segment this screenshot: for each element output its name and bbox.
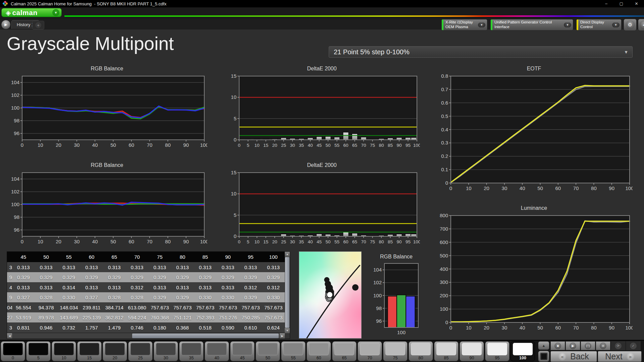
vertical-scroll-thumb[interactable] [285, 257, 289, 328]
pattern-label: Unified Pattern Generator Control Interf… [492, 20, 564, 29]
check-icon: ✓ [630, 343, 637, 349]
svg-text:70: 70 [147, 142, 153, 148]
table-cell: 0.329 [149, 272, 171, 282]
table-cell: 89.978 [35, 312, 58, 322]
rgb-balance-plot: 96981001021040102030405060708090100 [7, 74, 207, 150]
svg-text:25: 25 [281, 143, 286, 148]
gray-patch-list: 0510152025303540455055606570758085909510… [1, 341, 535, 361]
svg-text:65: 65 [352, 239, 357, 244]
svg-text:20: 20 [56, 239, 61, 244]
svg-text:30: 30 [502, 185, 507, 191]
refresh-button[interactable]: ⟳ [611, 341, 626, 350]
svg-text:10: 10 [466, 185, 472, 191]
gray-patch-95[interactable]: 95 [485, 341, 509, 361]
range-read-button[interactable]: [··] [581, 341, 595, 350]
table-cell: 613.080 [126, 302, 149, 312]
gray-swatch [385, 343, 405, 355]
gray-patch-25[interactable]: 25 [128, 341, 153, 361]
gray-patch-45[interactable]: 45 [230, 341, 255, 361]
gray-patch-5[interactable]: 5 [26, 341, 51, 361]
patch-label: 15 [79, 356, 99, 360]
gray-patch-0[interactable]: 0 [1, 341, 25, 361]
accept-button[interactable]: ✓ [626, 341, 641, 350]
scroll-left-icon[interactable]: ◀ [7, 333, 12, 339]
deltae-chart-bottom: DeltaE 2000 0510150510152025303540455055… [224, 162, 420, 246]
gray-patch-90[interactable]: 90 [460, 341, 484, 361]
play-button[interactable]: ▶ [566, 341, 580, 350]
chevron-down-icon[interactable]: ▼ [564, 22, 571, 27]
toolbar-expand-button[interactable]: ▲ [538, 341, 549, 350]
chevron-down-icon[interactable]: ▼ [612, 22, 620, 27]
window-title: Calman 2025 Calman Home for Samsung - SO… [11, 1, 166, 6]
svg-text:15: 15 [263, 143, 268, 148]
gray-patch-30[interactable]: 30 [154, 341, 178, 361]
table-cell: 0.368 [171, 322, 194, 333]
meter-dropdown[interactable]: X-Rite i1Display OEM Plasma ▼ [441, 19, 487, 31]
gray-patch-55[interactable]: 55 [281, 341, 306, 361]
display-control-dropdown[interactable]: Direct Display Control ▼ [576, 19, 622, 31]
gray-patch-70[interactable]: 70 [358, 341, 382, 361]
svg-text:100: 100 [413, 143, 420, 148]
gray-patch-100[interactable]: 100 [511, 341, 535, 361]
preset-dropdown[interactable]: 21 Point 5% step 0-100% ▼ [329, 46, 633, 58]
gray-patch-85[interactable]: 85 [434, 341, 459, 361]
luminance-svg: 0100200300400500600700800010203040506070… [435, 213, 633, 333]
table-cell: 0.329 [171, 292, 194, 302]
svg-text:15: 15 [263, 239, 268, 244]
infinity-icon: ∞ [600, 343, 606, 349]
minimize-button[interactable]: – [599, 0, 614, 7]
table-cell: 0.329 [262, 272, 285, 282]
svg-text:5: 5 [247, 143, 250, 148]
maximize-button[interactable]: ▢ [614, 0, 629, 7]
scroll-up-icon[interactable]: ▲ [285, 252, 290, 257]
patch-label: 45 [232, 356, 252, 360]
table-cell: 1.757 [80, 322, 103, 333]
gray-patch-15[interactable]: 15 [77, 341, 102, 361]
svg-text:100: 100 [625, 325, 633, 330]
scroll-down-icon[interactable]: ▼ [285, 328, 290, 333]
next-label: Next [605, 352, 622, 361]
gray-patch-50[interactable]: 50 [256, 341, 280, 361]
continuous-read-button[interactable]: ∞ [596, 341, 610, 350]
calman-menu-button[interactable]: ◈ calman ▼ [1, 8, 62, 17]
gray-patch-60[interactable]: 60 [307, 341, 331, 361]
horizontal-scrollbar[interactable]: ◀ ▶ [7, 333, 285, 339]
gray-patch-20[interactable]: 20 [103, 341, 127, 361]
table-cell: 0.330 [194, 292, 217, 302]
gray-patch-75[interactable]: 75 [383, 341, 408, 361]
cie-svg [299, 252, 361, 338]
collapse-panel-button[interactable]: ◀ [638, 19, 644, 31]
table-cell: 225.139 [80, 312, 103, 322]
scroll-right-icon[interactable]: ▶ [280, 333, 285, 339]
svg-text:90: 90 [396, 143, 401, 148]
stop-button[interactable]: ■ [550, 341, 565, 350]
deltae-chart-top: DeltaE 2000 0510150510152025303540455055… [224, 66, 420, 150]
next-button[interactable]: Next » [598, 351, 642, 362]
gray-patch-10[interactable]: 10 [52, 341, 76, 361]
svg-text:0: 0 [449, 185, 452, 191]
tab-scroll-button[interactable]: ▶ [1, 20, 11, 29]
add-tab-button[interactable]: + [32, 21, 44, 29]
gray-patch-40[interactable]: 40 [205, 341, 229, 361]
close-button[interactable]: ✕ [629, 0, 644, 7]
gray-patch-35[interactable]: 35 [179, 341, 204, 361]
table-row: 30.8310.9460.7321.7571.4790.7460.1800.36… [7, 322, 285, 333]
pattern-window-button[interactable] [538, 351, 549, 362]
pattern-generator-dropdown[interactable]: Unified Pattern Generator Control Interf… [490, 19, 573, 31]
chevron-down-icon[interactable]: ▼ [478, 22, 485, 27]
svg-text:100: 100 [200, 142, 207, 148]
horizontal-scroll-thumb[interactable] [132, 334, 279, 338]
app-icon [3, 1, 8, 6]
calman-menu-arrow-icon[interactable]: ▼ [52, 9, 59, 16]
vertical-scrollbar[interactable]: ▲ ▼ [285, 252, 290, 333]
svg-text:20: 20 [272, 143, 277, 148]
svg-text:0: 0 [445, 319, 448, 325]
gray-patch-80[interactable]: 80 [409, 341, 433, 361]
table-cell: 760.368 [149, 312, 171, 322]
table-column-header: 45 [12, 252, 35, 262]
svg-text:10: 10 [254, 143, 259, 148]
table-column-header: 65 [103, 252, 126, 262]
back-button[interactable]: « Back [550, 351, 597, 362]
gray-patch-65[interactable]: 65 [332, 341, 357, 361]
settings-button[interactable]: ⚙ [624, 19, 637, 31]
